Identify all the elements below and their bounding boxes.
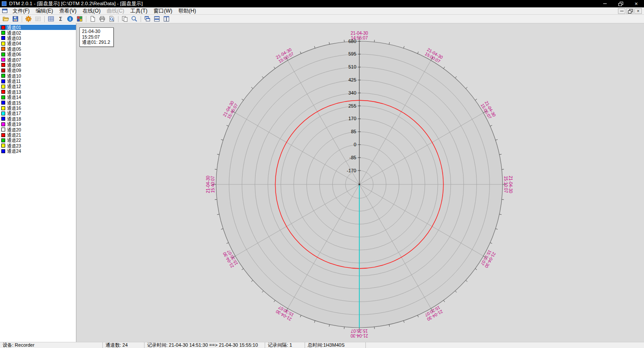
main-area: 通道01通道02通道03通道04通道05通道06通道07通道08通道09通道10… [0,23,644,342]
tile-horizontal-icon[interactable] [152,15,161,23]
channel-item-22[interactable]: 通道22 [0,138,76,143]
channel-item-14[interactable]: 通道14 [0,95,76,100]
menu-help[interactable]: 帮助(H) [175,7,199,15]
channel-color-swatch [1,117,5,121]
channel-item-6[interactable]: 通道06 [0,52,76,57]
status-channel-count: 通道数: 24 [103,342,145,348]
channel-item-23[interactable]: 通道23 [0,143,76,148]
channel-color-swatch [1,128,5,131]
channel-item-9[interactable]: 通道09 [0,68,76,73]
channel-item-11[interactable]: 通道11 [0,79,76,84]
mdi-minimize-button[interactable] [618,8,625,14]
settings-gear-icon[interactable] [24,15,33,23]
channel-item-20[interactable]: 通道20 [0,127,76,132]
tile-vertical-icon[interactable] [162,15,171,23]
disk-chart-panel[interactable]: 680595510425340255170850-85-17021-04-301… [76,23,644,342]
channel-item-10[interactable]: 通道10 [0,73,76,79]
table-icon[interactable] [46,15,56,23]
toolbar-separator [44,16,45,22]
channel-item-15[interactable]: 通道15 [0,100,76,105]
channel-item-5[interactable]: 通道05 [0,46,76,52]
menu-tools[interactable]: 工具(T) [127,7,150,15]
disk-chart[interactable]: 680595510425340255170850-85-17021-04-301… [76,23,644,342]
title-bar: DTM 2.0.1 - [圆盘显示] [C:\DTM 2.0.2\RealDat… [0,0,644,7]
channel-label: 通道03 [7,36,21,41]
channel-label: 通道12 [7,84,21,89]
window-title: DTM 2.0.1 - [圆盘显示] [C:\DTM 2.0.2\RealDat… [9,0,143,7]
channel-item-19[interactable]: 通道19 [0,121,76,127]
channel-color-swatch [1,133,5,137]
restore-button[interactable] [613,0,628,7]
print-icon[interactable] [98,15,107,23]
toolbar-separator [141,16,141,22]
svg-text:-85: -85 [349,155,356,160]
print-preview-icon[interactable] [107,15,116,23]
channel-color-swatch [1,47,5,51]
channel-label: 通道15 [7,100,21,105]
channel-item-1[interactable]: 通道01 [0,25,76,30]
svg-text:595: 595 [348,51,356,56]
channel-label: 通道18 [7,116,21,121]
channel-item-12[interactable]: 通道12 [0,84,76,89]
channel-label: 通道22 [7,138,21,143]
menu-online[interactable]: 在线(O) [79,7,103,15]
restore-icon [628,9,632,13]
palette-icon[interactable] [75,15,84,23]
channel-label: 通道01 [7,25,21,30]
minimize-button[interactable] [597,0,613,7]
svg-text:510: 510 [348,64,356,69]
channel-config-icon [33,15,43,23]
mdi-window-controls: × [618,8,643,14]
channel-color-swatch [1,144,5,148]
cascade-windows-icon[interactable] [143,15,152,23]
channel-item-21[interactable]: 通道21 [0,132,76,138]
channel-item-24[interactable]: 通道24 [0,148,76,154]
menu-file[interactable]: 文件(F) [10,7,33,15]
close-button[interactable]: × [628,0,644,7]
channel-label: 通道16 [7,105,21,111]
info-icon[interactable]: i [66,15,75,23]
status-record-interval: 记录间隔: 1 [265,342,305,348]
toolbar-separator [86,16,86,22]
app-icon [2,1,7,6]
channel-item-17[interactable]: 通道17 [0,111,76,116]
export-data-icon[interactable] [11,15,20,23]
menu-view[interactable]: 查看(V) [56,7,79,15]
channel-item-4[interactable]: 通道04 [0,41,76,46]
open-folder-icon[interactable] [1,15,10,23]
channel-item-2[interactable]: 通道02 [0,30,76,35]
new-page-icon[interactable] [88,15,97,23]
tooltip-channel-value: 通道01: 291.2 [82,39,110,45]
channel-label: 通道24 [7,148,21,154]
channel-color-swatch [1,85,5,89]
channel-item-13[interactable]: 通道13 [0,89,76,95]
mdi-restore-button[interactable] [626,8,634,14]
channel-color-swatch [1,63,5,67]
mdi-close-button[interactable]: × [634,8,642,14]
mdi-child-window-icon [2,9,7,13]
channel-item-7[interactable]: 通道07 [0,57,76,62]
channel-item-3[interactable]: 通道03 [0,36,76,41]
menu-window[interactable]: 窗口(W) [151,7,175,15]
channel-label: 通道10 [7,73,21,79]
channel-label: 通道19 [7,121,21,127]
channel-color-swatch [1,90,5,94]
channel-label: 通道14 [7,95,21,100]
restore-icon [618,2,623,6]
status-bar: 设备: Recorder 通道数: 24 记录时间: 21-04-30 14:5… [0,342,644,348]
channel-item-8[interactable]: 通道08 [0,62,76,68]
value-tooltip: 21-04-30 15:25:07 通道01: 291.2 [79,27,114,47]
channel-item-16[interactable]: 通道16 [0,105,76,111]
menu-edit[interactable]: 编辑(E) [33,7,56,15]
channel-item-18[interactable]: 通道18 [0,116,76,121]
copy-icon[interactable] [120,15,129,23]
sigma-icon[interactable]: Σ [56,15,65,23]
svg-text:-170: -170 [347,168,356,173]
toolbar-separator [118,16,118,22]
channel-color-swatch [1,26,5,30]
channel-label: 通道13 [7,89,21,95]
zoom-icon[interactable] [130,15,139,23]
channel-color-swatch [1,138,5,142]
channel-list: 通道01通道02通道03通道04通道05通道06通道07通道08通道09通道10… [0,23,76,342]
channel-color-swatch [1,122,5,126]
